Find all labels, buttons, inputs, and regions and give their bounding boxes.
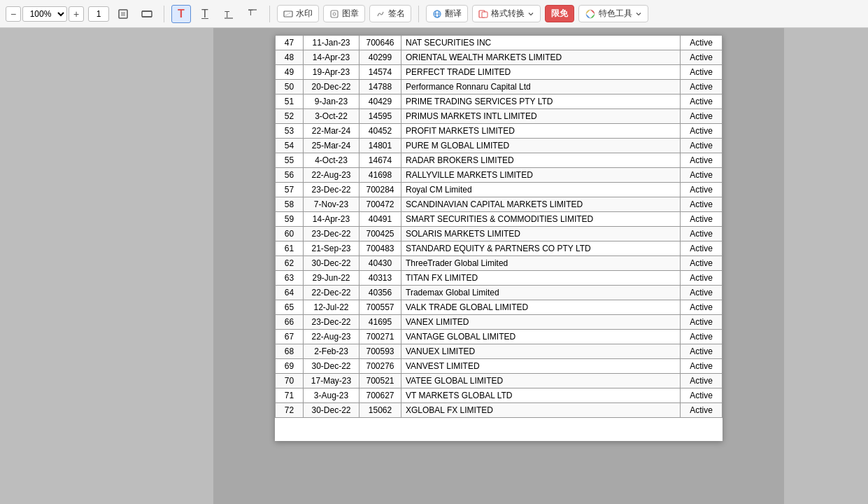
main-content: 4711-Jan-23700646NAT SECURITIES INCActiv… (0, 28, 868, 504)
cell-num: 69 (276, 359, 304, 374)
table-row: 6023-Dec-22700425SOLARIS MARKETS LIMITED… (276, 227, 723, 241)
cell-code: 700557 (360, 300, 401, 315)
cell-num: 71 (276, 388, 304, 403)
cell-num: 68 (276, 344, 304, 359)
table-row: 5622-Aug-2341698RALLYVILLE MARKETS LIMIT… (276, 168, 723, 183)
watermark-button[interactable]: 水印 (277, 5, 319, 22)
table-row: 5322-Mar-2440452PROFIT MARKETS LIMITEDAc… (276, 124, 723, 139)
cell-name: ORIENTAL WEALTH MARKETS LIMITED (401, 50, 681, 65)
cell-num: 63 (276, 271, 304, 286)
cell-status: Active (681, 212, 723, 227)
divider-1 (164, 6, 164, 22)
table-row: 6422-Dec-2240356Trademax Global LimitedA… (276, 286, 723, 300)
cell-num: 57 (276, 183, 304, 197)
zoom-select[interactable]: 100% 75% 125% 150% (22, 6, 67, 22)
cell-status: Active (681, 286, 723, 300)
cell-num: 51 (276, 94, 304, 109)
cell-date: 3-Oct-22 (304, 109, 360, 124)
cell-code: 40299 (360, 50, 401, 65)
cell-date: 22-Mar-24 (304, 124, 360, 139)
cell-status: Active (681, 109, 723, 124)
color-wheel-icon (585, 8, 596, 20)
table-row: 5020-Dec-2214788Performance Ronnaru Capi… (276, 80, 723, 94)
color-tool-button[interactable]: 特色工具 (578, 5, 648, 22)
cell-code: 700593 (360, 344, 401, 359)
fit-page-button[interactable] (113, 5, 133, 23)
cell-name: PROFIT MARKETS LIMITED (401, 124, 681, 139)
divider-2 (269, 6, 270, 22)
cell-code: 14574 (360, 65, 401, 80)
cell-name: Royal CM Limited (401, 183, 681, 197)
cell-code: 700521 (360, 374, 401, 388)
table-row: 4711-Jan-23700646NAT SECURITIES INCActiv… (276, 36, 723, 50)
cell-num: 66 (276, 315, 304, 330)
cell-date: 23-Dec-22 (304, 227, 360, 241)
cell-status: Active (681, 65, 723, 80)
cell-name: SCANDINAVIAN CAPITAL MARKETS LIMITED (401, 197, 681, 212)
cell-code: 40452 (360, 124, 401, 139)
cell-code: 41695 (360, 315, 401, 330)
cell-num: 65 (276, 300, 304, 315)
sign-label: 签名 (388, 8, 405, 20)
cell-date: 30-Dec-22 (304, 403, 360, 418)
cell-code: 700284 (360, 183, 401, 197)
text-tool-3[interactable]: T (219, 5, 239, 23)
fit-width-button[interactable] (137, 5, 157, 23)
table-row: 6512-Jul-22700557VALK TRADE GLOBAL LIMIT… (276, 300, 723, 315)
zoom-control: − 100% 75% 125% 150% + (6, 6, 84, 22)
convert-button[interactable]: 格式转换 (472, 5, 541, 22)
text-tool-2[interactable]: T (195, 5, 215, 23)
table-row: 5914-Apr-2340491SMART SECURITIES & COMMO… (276, 212, 723, 227)
cell-code: 14674 (360, 153, 401, 168)
cell-status: Active (681, 330, 723, 344)
cell-name: ThreeTrader Global Limited (401, 256, 681, 271)
cell-name: PRIME TRADING SERVICES PTY LTD (401, 94, 681, 109)
cell-num: 64 (276, 286, 304, 300)
translate-button[interactable]: 翻译 (426, 5, 468, 22)
cell-status: Active (681, 153, 723, 168)
cell-status: Active (681, 124, 723, 139)
cell-status: Active (681, 359, 723, 374)
cell-date: 22-Aug-23 (304, 330, 360, 344)
cell-name: VATEE GLOBAL LIMITED (401, 374, 681, 388)
cell-status: Active (681, 227, 723, 241)
cell-num: 59 (276, 212, 304, 227)
document-area[interactable]: 4711-Jan-23700646NAT SECURITIES INCActiv… (213, 28, 784, 504)
sign-button[interactable]: 签名 (369, 5, 411, 22)
cell-date: 22-Aug-23 (304, 168, 360, 183)
cell-code: 14788 (360, 80, 401, 94)
page-number-input[interactable] (88, 6, 109, 22)
cell-name: Trademax Global Limited (401, 286, 681, 300)
zoom-in-button[interactable]: + (69, 6, 84, 22)
cell-code: 700483 (360, 241, 401, 256)
text-tool-1[interactable]: T (171, 5, 191, 23)
zoom-out-button[interactable]: − (6, 6, 21, 22)
svg-point-12 (333, 13, 336, 15)
limit-button[interactable]: 限免 (545, 5, 574, 22)
cell-code: 700425 (360, 227, 401, 241)
table-row: 713-Aug-23700627VT MARKETS GLOBAL LTDAct… (276, 388, 723, 403)
cell-status: Active (681, 168, 723, 183)
cell-num: 47 (276, 36, 304, 50)
table-row: 554-Oct-2314674RADAR BROKERS LIMITEDActi… (276, 153, 723, 168)
text-tool-4[interactable]: T (243, 5, 262, 23)
cell-num: 50 (276, 80, 304, 94)
cell-num: 53 (276, 124, 304, 139)
stamp-label: 图章 (342, 8, 359, 20)
table-row: 7017-May-23700521VATEE GLOBAL LIMITEDAct… (276, 374, 723, 388)
cell-status: Active (681, 374, 723, 388)
cell-name: VANVEST LIMITED (401, 359, 681, 374)
table-row: 6230-Dec-2240430ThreeTrader Global Limit… (276, 256, 723, 271)
stamp-button[interactable]: 图章 (323, 5, 365, 22)
svg-rect-2 (142, 11, 152, 17)
table-row: 6623-Dec-2241695VANEX LIMITEDActive (276, 315, 723, 330)
page-input-wrap (88, 6, 109, 22)
cell-name: PRIMUS MARKETS INTL LIMITED (401, 109, 681, 124)
table-row: 6121-Sep-23700483STANDARD EQUITY & PARTN… (276, 241, 723, 256)
cell-name: PURE M GLOBAL LIMITED (401, 139, 681, 153)
translate-label: 翻译 (445, 8, 462, 20)
cell-status: Active (681, 80, 723, 94)
cell-num: 52 (276, 109, 304, 124)
cell-name: Performance Ronnaru Capital Ltd (401, 80, 681, 94)
cell-code: 14801 (360, 139, 401, 153)
